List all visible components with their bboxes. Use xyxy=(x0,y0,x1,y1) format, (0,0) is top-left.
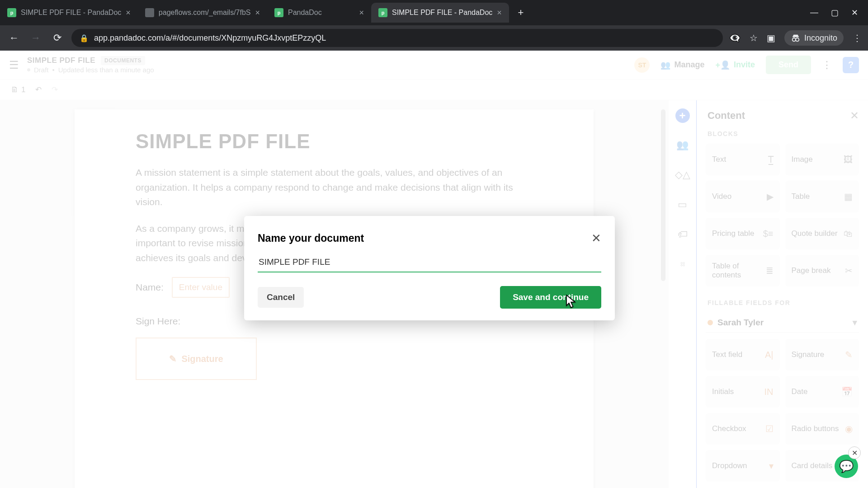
chrome-tab-strip: p SIMPLE PDF FILE - PandaDoc × pageflows… xyxy=(0,0,868,25)
document-name-input[interactable] xyxy=(258,253,601,272)
chat-dismiss-icon[interactable]: ✕ xyxy=(848,446,861,459)
browser-tab-active[interactable]: p SIMPLE PDF FILE - PandaDoc × xyxy=(371,3,509,23)
browser-toolbar: ← → ⟳ 🔒 app.pandadoc.com/a/#/documents/X… xyxy=(0,25,868,51)
close-icon[interactable]: × xyxy=(497,8,502,18)
tab-title: pageflows.com/_emails/7fbS xyxy=(159,9,251,17)
incognito-icon xyxy=(791,33,801,43)
eye-off-icon[interactable]: 👁‍🗨 xyxy=(729,33,741,43)
window-controls: ― ▢ ✕ xyxy=(800,8,868,18)
favicon: p xyxy=(274,8,283,17)
cancel-button[interactable]: Cancel xyxy=(258,287,304,308)
close-icon[interactable]: × xyxy=(255,8,260,18)
reload-button[interactable]: ⟳ xyxy=(50,30,65,46)
lock-icon: 🔒 xyxy=(80,34,89,42)
incognito-badge[interactable]: Incognito xyxy=(784,30,844,46)
name-document-dialog: Name your document ✕ Cancel Save and con… xyxy=(244,216,615,320)
tab-title: PandaDoc xyxy=(288,9,354,17)
maximize-icon[interactable]: ▢ xyxy=(831,8,839,18)
tab-title: SIMPLE PDF FILE - PandaDoc xyxy=(392,9,492,17)
close-window-icon[interactable]: ✕ xyxy=(851,8,858,18)
incognito-label: Incognito xyxy=(804,33,837,43)
sidepanel-icon[interactable]: ▣ xyxy=(767,33,775,43)
address-bar[interactable]: 🔒 app.pandadoc.com/a/#/documents/XNpzmyu… xyxy=(71,29,723,47)
new-tab-button[interactable]: + xyxy=(513,5,529,21)
tab-title: SIMPLE PDF FILE - PandaDoc xyxy=(21,9,121,17)
browser-tab[interactable]: pageflows.com/_emails/7fbS × xyxy=(138,3,267,23)
favicon: p xyxy=(7,8,16,17)
close-icon[interactable]: × xyxy=(359,8,364,18)
browser-tab[interactable]: p PandaDoc × xyxy=(267,3,371,23)
chrome-menu-icon[interactable]: ⋮ xyxy=(853,33,862,43)
favicon: p xyxy=(378,8,387,17)
close-dialog-icon[interactable]: ✕ xyxy=(591,231,601,245)
forward-button[interactable]: → xyxy=(28,30,43,46)
svg-point-1 xyxy=(796,38,799,41)
bookmark-star-icon[interactable]: ☆ xyxy=(750,33,758,43)
close-icon[interactable]: × xyxy=(126,8,131,18)
favicon xyxy=(145,8,154,17)
url-text: app.pandadoc.com/a/#/documents/XNpzmyuRG… xyxy=(94,33,326,43)
back-button[interactable]: ← xyxy=(6,30,22,46)
minimize-icon[interactable]: ― xyxy=(810,8,818,18)
save-and-continue-button[interactable]: Save and continue xyxy=(500,286,601,309)
dialog-title: Name your document xyxy=(258,232,364,244)
svg-point-0 xyxy=(793,38,796,41)
browser-tab[interactable]: p SIMPLE PDF FILE - PandaDoc × xyxy=(0,3,138,23)
